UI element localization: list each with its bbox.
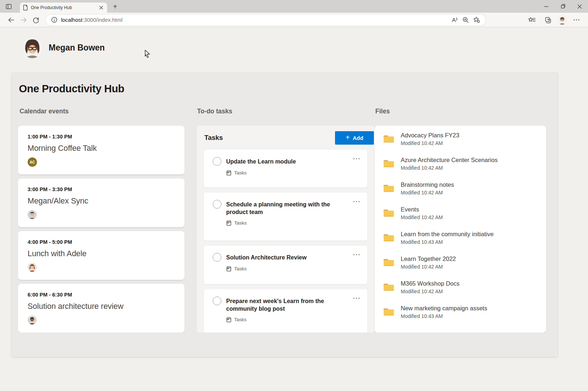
attendee-photo-avatar (28, 263, 37, 272)
task-more-icon[interactable]: ··· (353, 295, 361, 301)
file-name: Advocacy Plans FY23 (401, 132, 459, 139)
folder-icon (383, 233, 394, 242)
page-icon (23, 5, 28, 11)
folder-icon (383, 209, 394, 218)
tasks-panel-title: Tasks (204, 134, 223, 142)
file-name: New marketing campaign assets (401, 305, 487, 312)
task-card[interactable]: Solution Architecture Review ··· Tasks (204, 246, 367, 284)
calendar-event-card[interactable]: 1:00 PM - 1:30 PM Morning Coffee Talk AC (18, 126, 184, 174)
file-row[interactable]: Personal (383, 328, 537, 332)
file-modified: Modified 10:42 AM (401, 264, 456, 270)
file-row[interactable]: Learn Together 2022Modified 10:42 AM (383, 254, 537, 271)
file-name: Learn from the community initiative (401, 231, 494, 238)
browser-tab[interactable]: One Productivity Hub (20, 3, 107, 13)
settings-more-icon[interactable]: ··· (571, 14, 583, 26)
file-row[interactable]: Learn from the community initiativeModif… (383, 229, 537, 246)
file-row[interactable]: Azure Architecture Center ScenariosModif… (383, 155, 537, 172)
event-title: Morning Coffee Talk (28, 144, 175, 153)
profile-header: Megan Bowen (22, 37, 105, 58)
task-more-icon[interactable]: ··· (353, 198, 361, 205)
task-card[interactable]: Update the Learn module ··· Tasks (204, 150, 367, 188)
task-more-icon[interactable]: ··· (353, 251, 361, 258)
favorites-icon[interactable] (526, 14, 538, 26)
file-name: Personal (401, 332, 424, 333)
event-time: 1:00 PM - 1:30 PM (28, 134, 175, 140)
file-modified: Modified 10:42 AM (401, 140, 459, 146)
url-path: :3000/index.html (82, 17, 122, 23)
file-name: M365 Workshop Docs (401, 280, 460, 287)
file-row[interactable]: EventsModified 10:42 AM (383, 204, 537, 222)
task-checkbox[interactable] (213, 200, 221, 209)
folder-icon (383, 283, 394, 292)
todo-tasks-panel: Tasks + Add Update the Learn module ··· … (197, 126, 374, 332)
minimize-button[interactable] (538, 0, 555, 13)
page-content: Megan Bowen One Productivity Hub Calenda… (0, 28, 588, 391)
event-attendees: AC (28, 157, 175, 167)
event-attendees (28, 315, 175, 325)
event-time: 3:00 PM - 3:30 PM (28, 186, 175, 192)
task-list-badge: Tasks (226, 317, 362, 322)
window-controls (538, 0, 588, 13)
task-checkbox[interactable] (213, 253, 221, 262)
collections-icon[interactable] (542, 14, 554, 26)
read-aloud-icon[interactable] (449, 15, 460, 25)
file-modified: Modified 10:42 AM (401, 214, 443, 220)
task-title: Update the Learn module (226, 158, 312, 165)
new-tab-button[interactable]: + (110, 1, 120, 12)
tab-actions-icon[interactable] (4, 2, 13, 11)
file-modified: Modified 10:43 AM (401, 313, 487, 319)
todo-column-header: To-do tasks (197, 108, 232, 115)
file-name: Azure Architecture Center Scenarios (401, 157, 498, 164)
site-info-icon[interactable] (49, 15, 59, 25)
tasks-panel-header: Tasks + Add (197, 126, 374, 150)
file-modified: Modified 10:42 AM (401, 289, 460, 294)
plus-icon: + (346, 134, 350, 141)
task-card[interactable]: Prepare next week's Learn from the commu… (204, 289, 367, 332)
event-time: 4:00 PM - 5:00 PM (28, 239, 175, 245)
folder-icon (383, 258, 394, 267)
task-list-icon (226, 170, 232, 176)
file-name: Events (401, 206, 443, 213)
add-task-button[interactable]: + Add (335, 131, 374, 145)
tab-title: One Productivity Hub (31, 5, 98, 10)
toolbar-right: ··· (490, 14, 583, 26)
calendar-column-header: Calendar events (20, 108, 69, 115)
back-icon[interactable] (5, 14, 17, 26)
file-name: Learn Together 2022 (401, 255, 456, 262)
browser-profile-avatar[interactable] (558, 15, 567, 25)
close-button[interactable] (571, 0, 588, 13)
refresh-icon[interactable] (30, 14, 42, 26)
file-row[interactable]: Brainstorming notesModified 10:42 AM (383, 180, 537, 197)
url-text[interactable]: localhost:3000/index.html (61, 17, 449, 23)
task-list-icon (226, 221, 232, 226)
zoom-icon[interactable] (460, 15, 471, 25)
browser-window: One Productivity Hub + localhost:3000/in… (0, 0, 588, 391)
task-checkbox[interactable] (213, 157, 221, 166)
folder-icon (383, 307, 394, 317)
calendar-event-card[interactable]: 4:00 PM - 5:00 PM Lunch with Adele (18, 231, 184, 280)
event-attendees (28, 210, 175, 219)
calendar-events-list: 1:00 PM - 1:30 PM Morning Coffee Talk AC… (18, 126, 184, 332)
page-title: One Productivity Hub (19, 83, 124, 95)
add-favorite-icon[interactable] (471, 15, 482, 25)
attendee-photo-avatar (28, 315, 37, 325)
task-checkbox[interactable] (213, 297, 221, 305)
folder-icon (383, 184, 394, 193)
attendee-photo-avatar (28, 210, 37, 219)
files-column-header: Files (375, 108, 390, 115)
file-row[interactable]: M365 Workshop DocsModified 10:42 AM (383, 278, 537, 296)
forward-icon[interactable] (17, 14, 30, 26)
task-more-icon[interactable]: ··· (353, 156, 361, 162)
calendar-event-card[interactable]: 3:00 PM - 3:30 PM Megan/Alex Sync (18, 178, 184, 227)
file-row[interactable]: Advocacy Plans FY23Modified 10:42 AM (383, 130, 537, 148)
tab-strip: One Productivity Hub + (0, 0, 588, 13)
restore-button[interactable] (555, 0, 571, 13)
file-row[interactable]: New marketing campaign assetsModified 10… (383, 303, 537, 321)
address-bar[interactable]: localhost:3000/index.html (46, 15, 486, 25)
task-card[interactable]: Schedule a planning meeting with the pro… (204, 193, 367, 241)
calendar-event-card[interactable]: 6:00 PM - 6:30 PM Solution architecture … (18, 284, 184, 332)
folder-icon (383, 332, 394, 333)
task-title: Solution Architecture Review (226, 254, 323, 261)
tab-close-icon[interactable] (98, 5, 104, 11)
task-title: Schedule a planning meeting with the pro… (226, 201, 362, 216)
